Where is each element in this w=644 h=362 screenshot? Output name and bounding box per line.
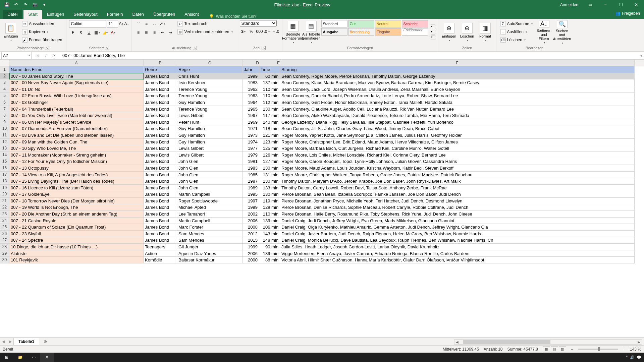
- border-button[interactable]: ▦▾: [93, 29, 101, 36]
- table-row[interactable]: 3007 - 00 Never Say Never Again (Sag nie…: [0, 79, 644, 86]
- insert-cells-button[interactable]: ⊕Einfügen▾: [441, 20, 457, 44]
- style-erklaerender[interactable]: Erklärender …: [402, 28, 428, 36]
- decrease-font-icon[interactable]: A↓: [124, 21, 129, 26]
- style-gut[interactable]: Gut: [348, 20, 374, 27]
- align-center-icon[interactable]: ≣: [143, 29, 150, 36]
- underline-button[interactable]: U: [85, 29, 93, 36]
- tab-ansicht[interactable]: Ansicht: [180, 10, 204, 19]
- table-row[interactable]: 2007 - 00 James Bond Story, TheJames Bon…: [0, 73, 644, 80]
- taskbar-app-icon[interactable]: ▭: [27, 353, 40, 362]
- table-header-row[interactable]: 1 Name des Films Genre Regie Jahr Time S…: [0, 66, 644, 73]
- sign-in-link[interactable]: Anmelden: [556, 2, 582, 7]
- style-ausgabe[interactable]: Ausgabe: [321, 28, 347, 36]
- style-neutral[interactable]: Neutral: [375, 20, 401, 27]
- table-row[interactable]: 13007 - 10 Spy Who Loved Me, TheJames Bo…: [0, 145, 644, 152]
- table-row[interactable]: 8007 - 05 You Only Live Twice (Man lebt …: [0, 112, 644, 119]
- style-standard[interactable]: Standard: [321, 20, 347, 27]
- style-schlecht[interactable]: Schlecht: [402, 20, 428, 27]
- alignment-dialog-launcher[interactable]: ↘: [193, 46, 197, 50]
- tray-notifications-icon[interactable]: 💬: [637, 355, 641, 360]
- delete-cells-button[interactable]: ⊖Löschen▾: [459, 20, 475, 44]
- table-row[interactable]: 10007 - 07 Diamonds Are Forever (Diamant…: [0, 125, 644, 132]
- table-row[interactable]: 12007 - 09 Man with the Golden Gun, TheJ…: [0, 139, 644, 145]
- align-left-icon[interactable]: ≡: [135, 29, 142, 36]
- tab-start[interactable]: Start: [23, 10, 42, 19]
- enter-formula-icon[interactable]: ✓: [42, 52, 50, 59]
- style-eingabe[interactable]: Eingabe: [375, 28, 401, 36]
- table-row[interactable]: 6007 - 03 GoldfingerJames BondGuy Hamilt…: [0, 99, 644, 106]
- camera-icon[interactable]: 📷: [31, 1, 39, 9]
- formula-input[interactable]: [60, 52, 639, 59]
- name-box[interactable]: A2▾: [1, 52, 32, 59]
- col-header-f[interactable]: F: [280, 60, 635, 66]
- clipboard-dialog-launcher[interactable]: ↘: [45, 46, 49, 50]
- tab-formeln[interactable]: Formeln: [102, 10, 128, 19]
- accounting-format-icon[interactable]: $▾: [240, 28, 247, 35]
- wrap-text-button[interactable]: ↩Textumbruch: [176, 20, 234, 27]
- col-header-c[interactable]: C: [177, 60, 243, 66]
- table-row[interactable]: 18007 - 15 Living Daylights, The (Der Ha…: [0, 178, 644, 185]
- table-row[interactable]: 23007 - 20 Die Another Day (Stirb an ein…: [0, 211, 644, 218]
- qat-customize-icon[interactable]: ▾: [40, 1, 48, 9]
- bold-button[interactable]: F: [69, 29, 76, 36]
- horizontal-scrollbar[interactable]: ◀▶: [454, 339, 642, 345]
- col-header-b[interactable]: B: [144, 60, 177, 66]
- styles-scroll-up-icon[interactable]: ▴: [431, 24, 435, 29]
- increase-indent-icon[interactable]: ⇥: [167, 29, 174, 36]
- font-name-input[interactable]: [69, 20, 106, 27]
- normal-view-icon[interactable]: ▦: [543, 346, 550, 352]
- zoom-in-icon[interactable]: +: [623, 347, 625, 352]
- expand-formula-bar-icon[interactable]: ▾: [639, 53, 644, 58]
- excel-taskbar-icon[interactable]: X: [40, 353, 54, 362]
- tray-chevron-icon[interactable]: ˄: [626, 355, 628, 360]
- sort-filter-button[interactable]: A↓Sortieren und Filtern▾: [536, 20, 552, 44]
- font-color-button[interactable]: A▾: [109, 29, 117, 36]
- decrease-indent-icon[interactable]: ⇤: [159, 29, 166, 36]
- format-painter-button[interactable]: 🖌Format übertragen: [21, 36, 63, 44]
- col-header-d[interactable]: D: [243, 60, 259, 66]
- worksheet-grid[interactable]: A B C D E F 1 Name des Films Genre Regie…: [0, 60, 644, 337]
- sheet-nav-next-icon[interactable]: ▶: [7, 339, 13, 344]
- conditional-formatting-button[interactable]: ▦Bedingte Formatierung▾: [285, 20, 301, 44]
- align-middle-icon[interactable]: ≡: [143, 20, 150, 27]
- select-all-corner[interactable]: [0, 60, 9, 66]
- clear-button[interactable]: ⌫Löschen▾: [499, 36, 534, 44]
- new-sheet-button[interactable]: ⊕: [41, 339, 49, 345]
- table-row[interactable]: 16007 - 13 OctopussyJames BondJohn Glen1…: [0, 165, 644, 172]
- zoom-out-icon[interactable]: −: [571, 347, 573, 352]
- tab-daten[interactable]: Daten: [127, 10, 149, 19]
- zoom-slider[interactable]: [578, 349, 618, 350]
- start-menu-icon[interactable]: ⊞: [0, 353, 13, 362]
- table-row[interactable]: 5007 - 02 From Russia With Love (Liebesg…: [0, 93, 644, 99]
- page-break-view-icon[interactable]: ▥: [559, 346, 566, 352]
- increase-font-icon[interactable]: A↑: [119, 21, 123, 26]
- italic-button[interactable]: K: [77, 29, 85, 36]
- tell-me-search[interactable]: 💡 Was möchten Sie tun?: [209, 14, 256, 19]
- decrease-decimal-icon[interactable]: ←.0: [272, 28, 279, 35]
- zoom-level[interactable]: 143 %: [630, 347, 641, 352]
- paste-button[interactable]: 📋Einfügen▾: [3, 20, 19, 44]
- table-row[interactable]: 4007 - 01 Dr. NoJames BondTerence Young1…: [0, 86, 644, 93]
- minimize-icon[interactable]: −: [598, 0, 613, 9]
- table-row[interactable]: 22007 - 19 World Is Not Enough, TheJames…: [0, 204, 644, 211]
- align-bottom-icon[interactable]: ⎵: [151, 20, 158, 27]
- table-row[interactable]: 27007 - 24 SpectreJames BondSam Mendes20…: [0, 237, 644, 244]
- undo-icon[interactable]: ↶: [12, 1, 20, 9]
- align-top-icon[interactable]: ⎴: [135, 20, 142, 27]
- table-row[interactable]: 9007 - 06 On Her Majesty`s Secret Servic…: [0, 119, 644, 126]
- ribbon-display-icon[interactable]: ▭: [582, 0, 598, 9]
- styles-expand-icon[interactable]: ≡: [431, 35, 435, 40]
- fill-color-button[interactable]: ◢▾: [101, 29, 109, 36]
- style-berechnung[interactable]: Berechnung: [348, 28, 374, 36]
- table-row[interactable]: 29AlatristeActionAgustin Diaz Yanes20061…: [0, 250, 644, 257]
- table-row[interactable]: 17007 - 14 View to a Kill, A (Im Angesic…: [0, 172, 644, 178]
- table-row[interactable]: 15007 - 12 For Your Eyes Only (In tödlic…: [0, 158, 644, 165]
- close-icon[interactable]: ✕: [629, 0, 644, 9]
- number-format-select[interactable]: Standard: [240, 20, 277, 26]
- share-button[interactable]: 👥 Freigeben: [615, 11, 640, 16]
- merge-center-button[interactable]: ⊞Verbinden und zentrieren▾: [176, 28, 234, 36]
- redo-icon[interactable]: ↷: [21, 1, 30, 9]
- tray-volume-icon[interactable]: 🔊: [630, 355, 635, 360]
- fill-button[interactable]: ↓Ausfüllen▾: [499, 28, 534, 36]
- format-as-table-button[interactable]: ▤Als Tabelle formatieren▾: [303, 20, 319, 44]
